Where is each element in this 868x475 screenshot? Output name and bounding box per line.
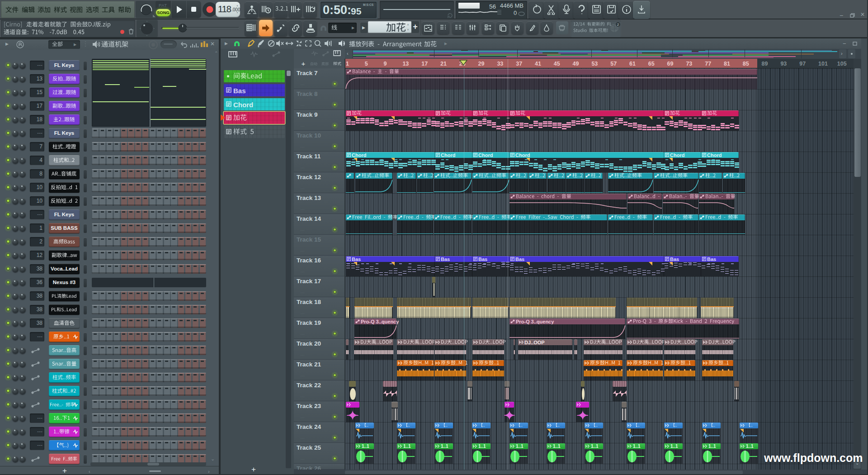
svg-text:2: 2 xyxy=(617,23,619,27)
